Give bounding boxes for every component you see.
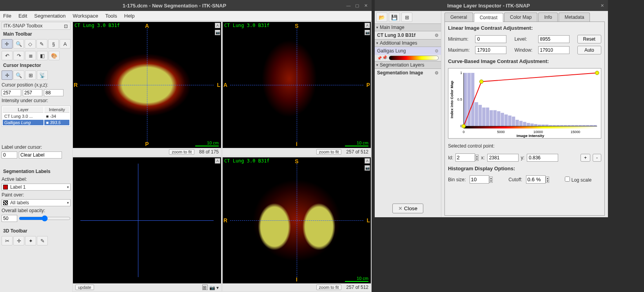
cp-y-input[interactable] — [527, 154, 558, 162]
bin-input[interactable] — [470, 175, 489, 184]
seg-layers-header[interactable]: Segmentation Layers — [375, 61, 441, 69]
cursor-mode-icon[interactable]: ✛ — [2, 70, 13, 80]
pin-icon[interactable]: 📌 — [377, 56, 382, 60]
svg-rect-19 — [534, 124, 537, 126]
maximum-input[interactable] — [475, 46, 506, 54]
table-row[interactable]: CT Lung 3.0 ...■ -34 — [3, 114, 69, 119]
cp-id-input[interactable] — [455, 153, 475, 162]
seg-layer-item[interactable]: Segmentation Image⚙ — [375, 69, 441, 77]
update-button[interactable]: update — [75, 285, 94, 290]
opacity-input[interactable] — [2, 215, 17, 222]
menu-segmentation[interactable]: Segmentation — [34, 13, 65, 19]
undo-icon[interactable]: ↶ — [2, 51, 13, 60]
opacity-slider[interactable] — [19, 215, 71, 222]
cutoff-input[interactable] — [526, 175, 546, 184]
main-image-item[interactable]: CT Lung 3.0 B31f⚙ — [375, 31, 441, 39]
tab-metadata[interactable]: Metadata — [559, 13, 590, 22]
contrast-icon[interactable]: ◧ — [37, 51, 48, 60]
label-name-input[interactable] — [19, 151, 62, 159]
tab-general[interactable]: General — [444, 13, 473, 22]
menu-help[interactable]: Help — [124, 13, 135, 19]
gear-icon[interactable]: ⚙ — [435, 49, 439, 54]
expand-icon[interactable]: A — [215, 23, 220, 28]
inspector-title: Image Layer Inspector - ITK-SNAP — [378, 3, 599, 9]
cursor-grid-icon[interactable]: ⊞ — [25, 70, 36, 80]
snake-tool-icon[interactable]: § — [48, 39, 59, 49]
auto-button[interactable]: Auto — [577, 46, 601, 54]
redo-icon[interactable]: ↷ — [13, 51, 24, 60]
screenshot-icon[interactable]: 📷 — [365, 30, 370, 35]
spinner-arrows[interactable]: ▲▼ — [546, 177, 549, 183]
tab-contrast[interactable]: Contrast — [474, 13, 503, 22]
cursor-sync-icon[interactable]: 📡 — [37, 70, 48, 80]
annotation-tool-icon[interactable]: A — [60, 39, 71, 49]
toolbar3d: ✂ ✛ ✦ ✎ — [2, 235, 71, 246]
close-button[interactable]: Close — [392, 204, 423, 213]
contrast-chart[interactable]: 00.51050001000015000Image IntensityIndex… — [448, 68, 601, 139]
remove-cp-button[interactable]: - — [593, 154, 601, 162]
menu-workspace[interactable]: Workspace — [73, 13, 98, 19]
open-icon[interactable]: 📂 — [376, 13, 387, 22]
polygon-tool-icon[interactable]: ◇ — [25, 39, 36, 49]
active-label-dropdown[interactable]: Label 1 — [2, 184, 71, 191]
level-input[interactable] — [538, 35, 570, 43]
inspector-close-icon[interactable]: ✕ — [599, 3, 605, 8]
axial-view[interactable]: CT Lung 3.0 B31f A P R L 10 cm A📷 zoom t… — [73, 22, 221, 156]
paint-over-dropdown[interactable]: All labels — [2, 199, 71, 206]
pin-icon[interactable]: ⊡ — [64, 23, 69, 28]
main-image-header[interactable]: Main Image — [375, 23, 441, 31]
label-id-input[interactable] — [2, 151, 17, 159]
maximize-button[interactable]: ▢ — [354, 3, 360, 8]
expand-icon[interactable]: A — [365, 158, 370, 164]
colorbar[interactable] — [389, 56, 439, 60]
layer-icon[interactable]: ≣ — [25, 51, 36, 60]
reset-button[interactable]: Reset — [577, 35, 601, 43]
expand-icon[interactable]: A — [365, 23, 370, 28]
zoom-fit-button[interactable]: zoom to fit — [169, 149, 194, 155]
minimize-button[interactable]: — — [346, 3, 351, 8]
camera-icon[interactable]: 📷 — [209, 285, 215, 290]
save-icon[interactable]: 💾 — [389, 13, 400, 22]
colormap-icon[interactable]: 🎨 — [49, 51, 60, 60]
tab-info[interactable]: Info — [538, 13, 558, 22]
additional-images-header[interactable]: Additional Images — [375, 39, 441, 47]
tab-colormap[interactable]: Color Map — [504, 13, 537, 22]
zoom-tool-icon[interactable]: 🔍 — [13, 39, 24, 49]
spinner-arrows[interactable]: ▲▼ — [475, 155, 479, 161]
crosshair3d-icon[interactable]: ✛ — [13, 236, 24, 245]
cursor-y-input[interactable] — [23, 89, 42, 96]
screenshot-icon[interactable]: 📷 — [215, 30, 220, 35]
cp-x-input[interactable] — [487, 154, 519, 162]
apply-icon[interactable]: ⊞ — [401, 13, 412, 22]
gear-icon[interactable]: ⚙ — [435, 33, 439, 38]
brush-tool-icon[interactable]: ✎ — [36, 39, 47, 49]
scalpel-icon[interactable]: ✂ — [2, 236, 13, 245]
crosshair-tool-icon[interactable]: ✛ — [2, 39, 13, 49]
log-scale-checkbox[interactable]: Log scale — [565, 177, 591, 183]
cursor-z-input[interactable] — [44, 89, 63, 96]
gear-icon[interactable]: ⚙ — [435, 70, 439, 76]
zoom-fit-button[interactable]: zoom to fit — [316, 149, 342, 155]
spray-icon[interactable]: ✦ — [25, 236, 36, 245]
spinner-arrows[interactable]: ▲▼ — [489, 177, 493, 183]
menu-edit[interactable]: Edit — [18, 13, 27, 19]
zoom-fit-button[interactable]: zoom to fit — [316, 285, 342, 290]
view-toggle-icon[interactable]: ⊞ — [202, 285, 208, 290]
menu-tools[interactable]: Tools — [105, 13, 117, 19]
minimum-input[interactable] — [475, 35, 506, 43]
cursor-x-input[interactable] — [2, 89, 21, 96]
pen3d-icon[interactable]: ✎ — [37, 236, 48, 245]
expand-icon[interactable]: A — [215, 158, 220, 164]
close-button[interactable]: ✕ — [363, 3, 368, 8]
cursor-zoom-icon[interactable]: 🔍 — [13, 70, 24, 80]
coronal-view[interactable]: CT Lung 3.0 B31f S I R L 10 cm A📷 zoom t… — [223, 157, 371, 291]
3d-view[interactable]: A update ⊞ 📷 ▾ — [73, 157, 221, 291]
sagittal-view[interactable]: CT Lung 3.0 B31f S I A P 10 cm A📷 zoom t… — [223, 22, 371, 156]
table-row[interactable]: Galligas Lung■ 393.5 — [3, 120, 69, 125]
screenshot-icon[interactable]: 📷 — [365, 165, 370, 171]
orient-p: P — [145, 141, 149, 147]
add-cp-button[interactable]: + — [581, 154, 590, 162]
menu-file[interactable]: File — [3, 13, 11, 19]
window-input[interactable] — [538, 46, 570, 54]
additional-image-item[interactable]: Galligas Lung⚙ — [375, 47, 441, 55]
